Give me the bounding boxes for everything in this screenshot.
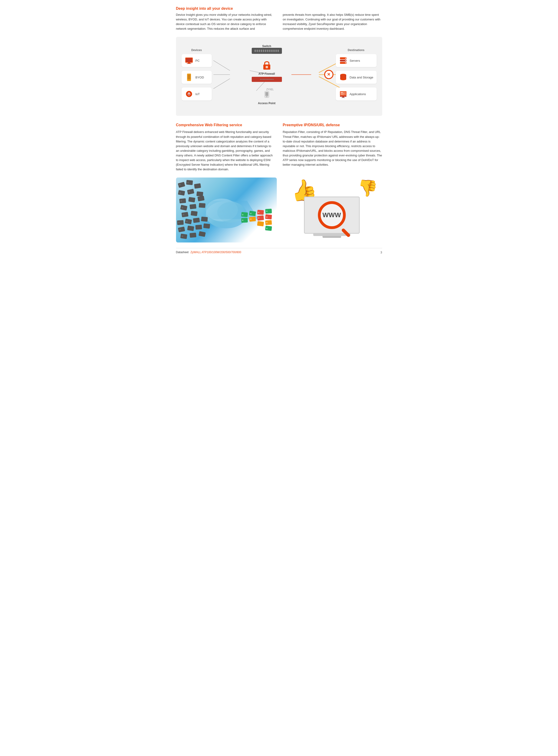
svg-text:☠: ☠ (179, 228, 181, 231)
svg-rect-71 (195, 225, 202, 230)
apps-icon (339, 90, 347, 98)
ap-box: ZYXEL Access Point (258, 86, 275, 105)
svg-text:☠: ☠ (258, 217, 260, 219)
svg-rect-93 (257, 221, 264, 226)
port (275, 50, 277, 52)
dest-servers: Servers (336, 54, 377, 67)
svg-rect-72 (203, 223, 210, 228)
svg-rect-75 (199, 231, 206, 237)
servers-icon (339, 56, 347, 65)
destinations-list: Servers (336, 54, 377, 101)
svg-rect-41 (340, 96, 347, 97)
svg-rect-56 (196, 191, 203, 196)
devices-column: Devices PC (182, 49, 212, 101)
svg-rect-68 (201, 216, 208, 222)
ip-dns-col: Preemptive IP/DNS/URL defense Reputation… (283, 122, 382, 172)
device-pc: PC (182, 54, 212, 67)
web-filtering-text: ATP Firewall delivers enhanced web filte… (176, 130, 275, 172)
svg-text:☠: ☠ (242, 219, 244, 221)
magnify-glass: WWW (318, 201, 346, 229)
svg-text:☠: ☠ (179, 191, 181, 194)
svg-rect-45 (341, 93, 345, 94)
svg-rect-61 (189, 204, 197, 209)
svg-text:☠: ☠ (250, 218, 252, 220)
browser-stand (323, 236, 341, 238)
deep-insight-heading: Deep insight into all your device (176, 6, 382, 11)
svg-text:☠: ☠ (178, 221, 180, 224)
destinations-title: Destinations (336, 49, 377, 52)
firewall-lock-icon (261, 59, 273, 71)
svg-point-15 (188, 80, 189, 81)
firewall-device (252, 77, 282, 82)
network-diagram: Devices PC (176, 37, 382, 116)
svg-rect-10 (186, 58, 192, 62)
switch-device (252, 48, 282, 54)
svg-text:☠: ☠ (265, 221, 268, 224)
svg-point-38 (340, 78, 346, 80)
svg-text:☠: ☠ (265, 227, 268, 229)
svg-rect-44 (341, 92, 343, 93)
block-icon: ✕ (324, 70, 333, 79)
block-area: ✕ (322, 70, 336, 79)
deep-insight-content: Device Insight gives you more visibility… (176, 12, 382, 31)
ip-dns-text: Reputation Filter, consisting of IP Repu… (283, 130, 382, 167)
dest-apps: Applications (336, 87, 377, 101)
port (259, 50, 260, 52)
port (257, 50, 258, 52)
device-byod: BYOD (182, 71, 212, 84)
pc-icon (185, 56, 193, 65)
byod-label: BYOD (196, 76, 204, 79)
port (263, 50, 264, 52)
byod-icon (185, 73, 193, 81)
browser-screen: WWW (304, 196, 360, 234)
led (264, 79, 265, 80)
device-iot: IoT (182, 87, 212, 101)
devices-list: PC BYOD (182, 54, 212, 101)
svg-rect-64 (191, 211, 198, 216)
web-filtering-heading: Comprehensive Web Filtering service (176, 122, 275, 128)
threat-flow-image: ☠ ☠ ☠ ☠ ☠ ☠ ☠ ☠ ☠ ☠ ☠ (176, 178, 277, 242)
led (270, 79, 271, 80)
svg-text:☠: ☠ (187, 181, 189, 184)
svg-text:☠: ☠ (182, 213, 184, 216)
svg-text:☠: ☠ (258, 211, 260, 213)
ip-dns-heading: Preemptive IP/DNS/URL defense (283, 122, 382, 128)
led (260, 79, 261, 80)
footer: Datasheet ZyWALL ATP100/100W/200/500/700… (176, 248, 382, 254)
svg-point-30 (345, 60, 346, 61)
svg-rect-14 (187, 75, 191, 79)
svg-text:☠: ☠ (186, 220, 188, 222)
switch-box: Switch (252, 44, 282, 55)
port (269, 50, 271, 52)
switch-label: Switch (262, 45, 271, 48)
svg-rect-53 (194, 183, 201, 188)
svg-rect-43 (341, 98, 345, 98)
port (267, 50, 269, 52)
svg-rect-59 (197, 196, 205, 201)
port (278, 50, 279, 52)
web-filtering-col: Comprehensive Web Filtering service ATP … (176, 122, 275, 172)
browser-mockup: WWW (304, 196, 360, 238)
firewall-box: ATP Firewall (252, 59, 282, 82)
svg-rect-67 (193, 218, 200, 223)
ap-label: Access Point (258, 102, 275, 105)
threat-svg: ☠ ☠ ☠ ☠ ☠ ☠ ☠ ☠ ☠ ☠ ☠ (176, 178, 277, 242)
svg-rect-70 (187, 225, 194, 231)
deep-insight-col2: prevents threats from spreading. It also… (283, 12, 382, 31)
magnify-container: WWW (305, 197, 359, 233)
footer-page: 3 (380, 251, 382, 254)
svg-rect-11 (188, 63, 190, 63)
svg-rect-23 (265, 92, 268, 96)
led (273, 79, 274, 80)
magnify-handle (341, 228, 351, 238)
apps-label: Applications (350, 92, 366, 96)
svg-text:☠: ☠ (180, 199, 182, 202)
port (273, 50, 275, 52)
servers-label: Servers (350, 59, 360, 62)
ap-icon: ZYXEL (260, 86, 274, 101)
led (271, 79, 272, 80)
storage-icon (339, 73, 347, 81)
dest-storage: Data and Storage (336, 71, 377, 84)
svg-rect-58 (188, 197, 195, 202)
svg-text:ZYXEL: ZYXEL (267, 88, 274, 91)
